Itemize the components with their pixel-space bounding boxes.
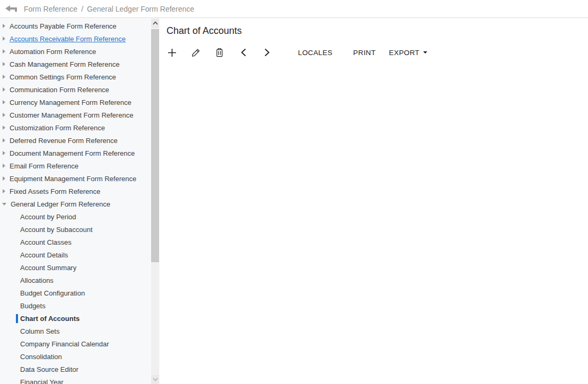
chevron-expanded-icon[interactable] (2, 203, 6, 206)
sidebar-subitem-label: Account Details (20, 251, 68, 259)
chevron-collapsed-icon[interactable] (3, 138, 5, 142)
sidebar-item-accounts-receivable-form-reference[interactable]: Accounts Receivable Form Reference (0, 32, 151, 45)
top-header: Form Reference / General Ledger Form Ref… (0, 0, 588, 18)
print-button[interactable]: PRINT (353, 49, 376, 57)
sidebar-subitem-label: Chart of Accounts (20, 315, 80, 323)
sidebar-item-customer-management-form-reference[interactable]: Customer Management Form Reference (0, 109, 151, 121)
sidebar-item-communication-form-reference[interactable]: Communication Form Reference (0, 83, 151, 96)
selected-indicator (16, 314, 18, 323)
export-caret-icon (423, 51, 427, 53)
sidebar-subitem-allocations[interactable]: Allocations (0, 274, 151, 287)
sidebar-item-label: Deferred Revenue Form Reference (10, 137, 118, 145)
delete-trash-icon (215, 48, 224, 57)
chevron-collapsed-icon[interactable] (3, 151, 5, 155)
sidebar-subitem-budgets[interactable]: Budgets (0, 299, 151, 312)
sidebar-item-label: Customer Management Form Reference (10, 111, 133, 119)
chevron-collapsed-icon[interactable] (3, 87, 5, 92)
sidebar-subitem-label: Financial Year (20, 378, 64, 384)
sidebar-item-label: Accounts Payable Form Reference (10, 22, 117, 30)
scroll-down-icon (153, 378, 158, 381)
sidebar-item-common-settings-form-reference[interactable]: Common Settings Form Reference (0, 70, 151, 83)
sidebar-subitem-financial-year[interactable]: Financial Year (0, 376, 151, 384)
sidebar-subitem-account-classes[interactable]: Account Classes (0, 236, 151, 248)
sidebar-item-deferred-revenue-form-reference[interactable]: Deferred Revenue Form Reference (0, 134, 151, 147)
sidebar-item-label: Customization Form Reference (10, 124, 105, 132)
sidebar-subitem-data-source-editor[interactable]: Data Source Editor (0, 363, 151, 376)
sidebar-item-general-ledger-form-reference[interactable]: General Ledger Form Reference (0, 198, 151, 210)
chevron-collapsed-icon[interactable] (3, 49, 5, 53)
add-button[interactable] (167, 48, 177, 57)
sidebar-subitem-consolidation[interactable]: Consolidation (0, 350, 151, 363)
scrollbar-up-button[interactable] (151, 19, 159, 28)
toolbar: LOCALES PRINT EXPORT (167, 48, 588, 57)
sidebar-item-currency-management-form-reference[interactable]: Currency Management Form Reference (0, 96, 151, 109)
chevron-collapsed-icon[interactable] (3, 164, 5, 168)
sidebar-subitem-label: Company Financial Calendar (20, 340, 109, 348)
add-icon (168, 48, 177, 57)
chevron-collapsed-icon[interactable] (3, 176, 5, 181)
sidebar-item-customization-form-reference[interactable]: Customization Form Reference (0, 121, 151, 134)
sidebar-subitem-label: Account Summary (20, 264, 76, 272)
chevron-right-icon (264, 48, 270, 57)
chevron-left-icon (240, 48, 247, 57)
sidebar-item-label: Communication Form Reference (10, 86, 109, 94)
sidebar-subitem-label: Account by Subaccount (20, 226, 93, 234)
sidebar-item-accounts-payable-form-reference[interactable]: Accounts Payable Form Reference (0, 20, 151, 32)
sidebar-item-email-form-reference[interactable]: Email Form Reference (0, 159, 151, 172)
sidebar-subitem-label: Account by Period (20, 213, 76, 221)
sidebar-subitem-account-details[interactable]: Account Details (0, 248, 151, 261)
chevron-collapsed-icon[interactable] (3, 62, 5, 66)
chevron-collapsed-icon[interactable] (3, 113, 5, 117)
sidebar-subitem-label: Budget Configuration (20, 289, 85, 297)
sidebar-item-document-management-form-reference[interactable]: Document Management Form Reference (0, 147, 151, 159)
sidebar-item-label: Currency Management Form Reference (10, 99, 131, 106)
sidebar-item-cash-management-form-reference[interactable]: Cash Management Form Reference (0, 58, 151, 70)
edit-pencil-icon (191, 48, 200, 57)
sidebar-subitem-chart-of-accounts[interactable]: Chart of Accounts (0, 312, 151, 325)
sidebar-item-label: Email Form Reference (10, 162, 78, 170)
chevron-collapsed-icon[interactable] (3, 189, 5, 193)
next-button[interactable] (262, 48, 272, 57)
breadcrumb-segment-form-reference[interactable]: Form Reference (24, 5, 77, 13)
sidebar-item-label: Fixed Assets Form Reference (10, 187, 100, 195)
breadcrumb-segment-current: General Ledger Form Reference (87, 5, 194, 13)
export-button[interactable]: EXPORT (389, 49, 428, 57)
page-title: Chart of Accounts (166, 25, 588, 37)
sidebar-item-label: General Ledger Form Reference (11, 200, 110, 208)
chevron-collapsed-icon[interactable] (3, 126, 5, 130)
sidebar-subitem-account-by-subaccount[interactable]: Account by Subaccount (0, 223, 151, 236)
chevron-collapsed-icon[interactable] (3, 75, 5, 79)
sidebar-item-label: Cash Management Form Reference (10, 60, 119, 68)
sidebar-item-equipment-management-form-reference[interactable]: Equipment Management Form Reference (0, 172, 151, 185)
delete-button[interactable] (215, 48, 224, 57)
sidebar-item-label: Accounts Receivable Form Reference (10, 35, 126, 43)
breadcrumb-separator: / (81, 5, 83, 13)
sidebar-subitem-label: Allocations (20, 276, 54, 284)
sidebar-tree: Accounts Payable Form ReferenceAccounts … (0, 19, 151, 384)
sidebar-item-fixed-assets-form-reference[interactable]: Fixed Assets Form Reference (0, 185, 151, 198)
sidebar-item-label: Common Settings Form Reference (10, 73, 116, 81)
scroll-up-icon (153, 21, 158, 25)
sidebar-item-label: Automation Form Reference (10, 48, 96, 56)
edit-button[interactable] (191, 48, 200, 57)
sidebar-subitem-label: Column Sets (20, 327, 59, 335)
back-button[interactable] (3, 3, 19, 15)
sidebar-item-label: Equipment Management Form Reference (10, 175, 136, 183)
sidebar-subitem-account-summary[interactable]: Account Summary (0, 261, 151, 274)
chevron-collapsed-icon[interactable] (3, 37, 5, 41)
sidebar-subitem-company-financial-calendar[interactable]: Company Financial Calendar (0, 337, 151, 350)
export-button-label: EXPORT (389, 49, 420, 57)
sidebar-subitem-account-by-period[interactable]: Account by Period (0, 210, 151, 223)
sidebar-subitem-budget-configuration[interactable]: Budget Configuration (0, 287, 151, 299)
chevron-collapsed-icon[interactable] (3, 24, 5, 28)
chevron-collapsed-icon[interactable] (3, 100, 5, 104)
locales-button[interactable]: LOCALES (298, 49, 332, 57)
back-arrow-icon (5, 4, 17, 14)
previous-button[interactable] (239, 48, 248, 57)
sidebar-subitem-column-sets[interactable]: Column Sets (0, 325, 151, 337)
scrollbar-thumb[interactable] (151, 29, 159, 262)
sidebar-item-label: Document Management Form Reference (10, 149, 135, 157)
sidebar-item-automation-form-reference[interactable]: Automation Form Reference (0, 45, 151, 58)
sidebar-scrollbar[interactable] (151, 19, 159, 384)
scrollbar-down-button[interactable] (151, 375, 159, 384)
